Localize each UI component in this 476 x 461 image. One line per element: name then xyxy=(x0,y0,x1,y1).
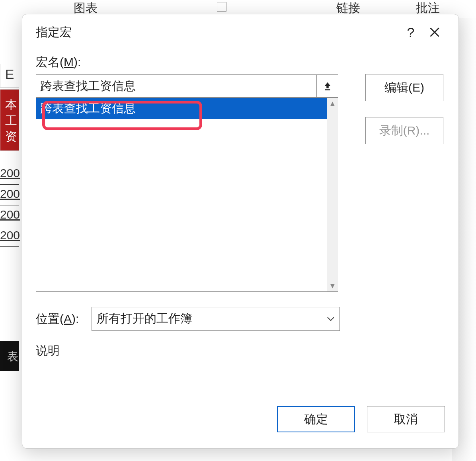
macro-list-item[interactable]: 跨表查找工资信息 xyxy=(36,98,327,119)
dialog-titlebar: 指定宏 ? xyxy=(22,14,458,46)
ribbon-icon xyxy=(217,2,226,12)
location-select[interactable]: 所有打开的工作簿 xyxy=(92,307,340,331)
sheet-button[interactable]: 表 xyxy=(0,341,19,371)
cancel-button[interactable]: 取消 xyxy=(367,406,445,432)
dialog-title: 指定宏 xyxy=(36,24,399,41)
column-header[interactable]: E xyxy=(0,64,19,88)
description-label: 说明 xyxy=(36,343,445,359)
scrollbar[interactable]: ▲ ▼ xyxy=(327,98,338,291)
record-button[interactable]: 录制(R)... xyxy=(365,117,443,144)
cell-value[interactable]: 200 xyxy=(0,164,19,185)
svg-rect-0 xyxy=(325,89,330,90)
scroll-up-icon[interactable]: ▲ xyxy=(327,98,338,109)
location-label: 位置(A): xyxy=(36,311,79,327)
close-icon xyxy=(429,27,440,38)
assign-macro-dialog: 指定宏 ? 宏名(M): xyxy=(22,14,459,449)
help-button[interactable]: ? xyxy=(399,22,423,42)
table-header-cell: 本工资 xyxy=(0,89,19,151)
chevron-down-icon[interactable] xyxy=(321,307,340,331)
cell-value[interactable]: 200 xyxy=(0,205,19,226)
close-button[interactable] xyxy=(423,22,447,42)
macro-name-input-wrap xyxy=(36,74,338,98)
scroll-down-icon[interactable]: ▼ xyxy=(327,280,338,291)
macro-list: 跨表查找工资信息 ▲ ▼ xyxy=(36,98,338,292)
edit-button[interactable]: 编辑(E) xyxy=(365,74,443,101)
macro-name-input[interactable] xyxy=(36,75,316,97)
collapse-button[interactable] xyxy=(316,75,338,97)
ok-button[interactable]: 确定 xyxy=(277,406,355,432)
macro-name-label: 宏名(M): xyxy=(36,54,353,70)
location-select-value[interactable]: 所有打开的工作簿 xyxy=(92,307,340,331)
cell-value[interactable]: 200 xyxy=(0,226,19,247)
cell-value[interactable]: 200 xyxy=(0,185,19,205)
dialog-footer: 确定 取消 xyxy=(22,406,458,448)
arrow-up-icon xyxy=(323,81,332,91)
